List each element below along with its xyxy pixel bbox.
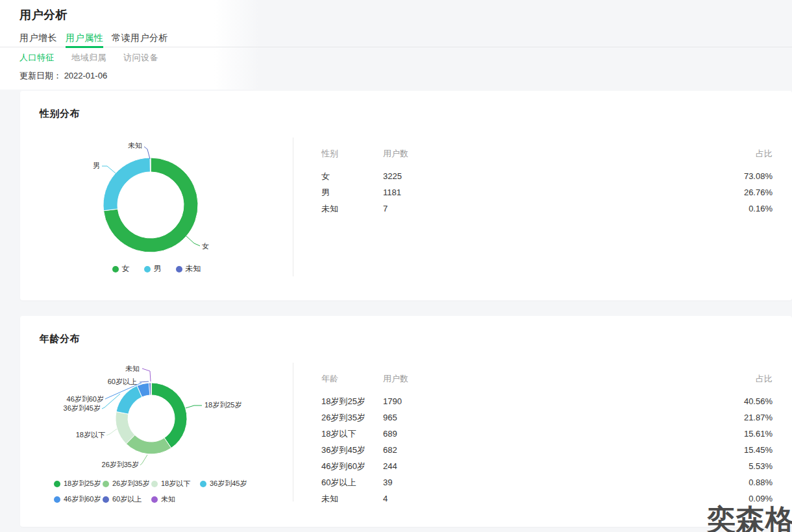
cell-users: 965 [383, 413, 744, 422]
legend-label: 60岁以上 [112, 494, 142, 504]
subtab-bar: 人口特征 地域归属 访问设备 [19, 52, 158, 64]
table-row: 18岁到25岁179040.56% [321, 393, 773, 409]
legend-item-3[interactable]: 36岁到45岁 [200, 479, 249, 489]
subtab-region[interactable]: 地域归属 [71, 52, 106, 64]
legend-dot-icon [112, 266, 119, 272]
cell-share: 73.08% [744, 171, 773, 181]
legend-item-4[interactable]: 46岁到60岁 [54, 494, 103, 504]
slice-label-2: 18岁以下 [76, 431, 105, 439]
cell-share: 15.61% [744, 429, 773, 439]
table-row: 46岁到60岁2445.53% [321, 458, 773, 474]
donut-slice-2[interactable] [150, 158, 151, 172]
cell-users: 682 [383, 445, 744, 455]
cell-share: 21.87% [744, 413, 773, 422]
slice-label-1: 男 [93, 162, 100, 169]
legend-dot-icon [151, 496, 158, 503]
cell-users: 4 [383, 494, 749, 503]
col-header-share: 占比 [756, 148, 773, 160]
cell-share: 40.56% [744, 396, 773, 406]
table-row: 60岁以上390.88% [321, 474, 773, 490]
legend-item-1[interactable]: 男 [144, 263, 162, 274]
cell-users: 1181 [383, 187, 744, 197]
legend-dot-icon [200, 481, 206, 487]
donut-slice-3[interactable] [116, 386, 142, 415]
legend-item-5[interactable]: 60岁以上 [103, 494, 151, 504]
slice-label-6: 未知 [125, 365, 140, 372]
age-table-header: 年龄 用户数 占比 [321, 373, 773, 384]
cell-users: 7 [383, 204, 749, 213]
cell-label: 36岁到45岁 [321, 444, 383, 456]
subtab-demographics[interactable]: 人口特征 [19, 52, 55, 64]
legend-dot-icon [144, 266, 151, 272]
legend-dot-icon [103, 496, 109, 503]
page-header: 用户分析 用户增长 用户属性 常读用户分析 人口特征 地域归属 访问设备 更新日… [0, 0, 792, 90]
cell-label: 18岁到25岁 [321, 396, 383, 407]
cell-users: 39 [383, 478, 749, 487]
cell-share: 0.16% [749, 204, 773, 213]
table-row: 未知40.09% [321, 490, 773, 507]
donut-slice-1[interactable] [103, 158, 150, 211]
label-line-0 [186, 405, 202, 408]
col-header-users: 用户数 [383, 373, 756, 385]
legend-item-6[interactable]: 未知 [151, 494, 200, 504]
label-line-5 [140, 381, 149, 382]
age-table: 年龄 用户数 占比 18岁到25岁179040.56%26岁到35岁96521.… [321, 373, 773, 507]
tab-user-growth[interactable]: 用户增长 [19, 32, 57, 47]
legend-label: 18岁以下 [161, 479, 190, 489]
cell-users: 3225 [383, 171, 744, 181]
legend-label: 未知 [186, 263, 201, 274]
cell-share: 5.53% [749, 461, 773, 471]
legend-dot-icon [103, 481, 109, 487]
cell-label: 女 [321, 171, 383, 182]
gender-card-divider [293, 138, 293, 276]
table-row: 未知70.16% [321, 200, 773, 217]
cell-share: 0.88% [749, 478, 773, 487]
cell-label: 未知 [321, 493, 383, 505]
cell-users: 244 [383, 461, 749, 471]
gender-table-header: 性别 用户数 占比 [321, 148, 773, 159]
legend-label: 18岁到25岁 [64, 479, 101, 489]
gender-table-body: 女322573.08%男118126.76%未知70.16% [321, 168, 773, 217]
cell-label: 26岁到35岁 [321, 412, 383, 424]
legend-dot-icon [54, 481, 60, 487]
age-table-body: 18岁到25岁179040.56%26岁到35岁96521.87%18岁以下68… [321, 393, 773, 507]
label-line-1 [140, 455, 147, 465]
legend-item-0[interactable]: 18岁到25岁 [54, 479, 103, 489]
gender-distribution-card: 性别分布 女男未知 女男未知 性别 用户数 占比 女322573.08%男118… [20, 91, 792, 300]
slice-label-4: 46岁到60岁 [67, 395, 104, 403]
donut-slice-1[interactable] [126, 435, 171, 454]
table-row: 女322573.08% [321, 168, 773, 184]
cell-label: 46岁到60岁 [321, 461, 383, 472]
table-row: 男118126.76% [321, 184, 773, 200]
cell-share: 26.76% [744, 187, 773, 197]
legend-item-0[interactable]: 女 [112, 263, 130, 274]
legend-label: 26岁到35岁 [112, 479, 149, 489]
col-header-share: 占比 [756, 373, 773, 385]
col-header-gender: 性别 [321, 148, 383, 160]
col-header-age: 年龄 [321, 373, 383, 385]
slice-label-0: 女 [202, 242, 209, 250]
legend-item-2[interactable]: 18岁以下 [151, 479, 200, 489]
table-row: 18岁以下68915.61% [321, 426, 773, 442]
legend-label: 36岁到45岁 [210, 479, 247, 489]
tab-user-attributes[interactable]: 用户属性 [66, 32, 103, 47]
cell-users: 689 [383, 429, 744, 439]
donut-slice-0[interactable] [151, 383, 187, 448]
gender-table: 性别 用户数 占比 女322573.08%男118126.76%未知70.16% [321, 148, 773, 217]
legend-item-1[interactable]: 26岁到35岁 [103, 479, 151, 489]
page-title: 用户分析 [19, 7, 68, 23]
cell-label: 60岁以上 [321, 477, 383, 489]
tab-frequent-readers[interactable]: 常读用户分析 [112, 32, 168, 47]
age-chart-pane: 18岁到25岁26岁到35岁18岁以下36岁到45岁46岁到60岁60岁以上未知… [20, 316, 293, 527]
cell-label: 18岁以下 [321, 428, 383, 440]
tab-bar: 用户增长 用户属性 常读用户分析 [19, 32, 168, 47]
tab-bar-border [0, 47, 792, 47]
age-card-divider [293, 363, 293, 502]
update-date: 更新日期： 2022-01-06 [19, 70, 107, 82]
label-line-2 [144, 147, 150, 159]
age-legend: 18岁到25岁26岁到35岁18岁以下36岁到45岁46岁到60岁60岁以上未知 [54, 479, 256, 504]
label-line-6 [142, 369, 151, 381]
legend-item-2[interactable]: 未知 [176, 263, 201, 274]
label-line-1 [102, 166, 116, 173]
subtab-device[interactable]: 访问设备 [123, 52, 158, 64]
